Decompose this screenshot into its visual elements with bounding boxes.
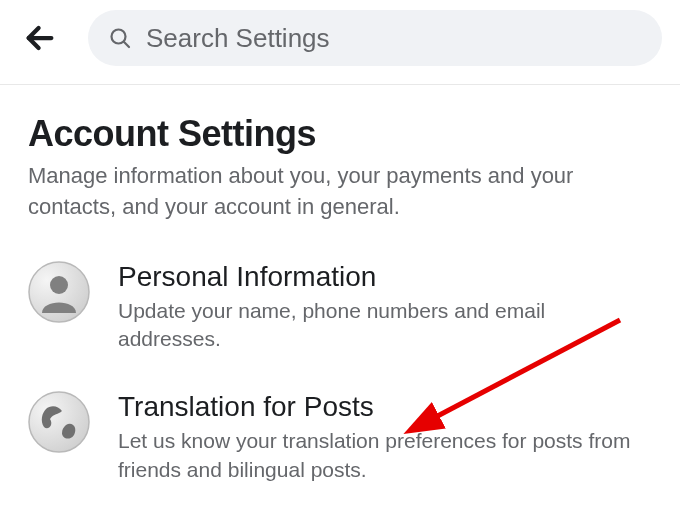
settings-item-personal-information[interactable]: Personal Information Update your name, p…	[28, 261, 652, 354]
item-title: Translation for Posts	[118, 391, 652, 423]
back-button[interactable]	[18, 16, 62, 60]
content: Account Settings Manage information abou…	[0, 85, 680, 484]
item-text: Personal Information Update your name, p…	[118, 261, 652, 354]
svg-line-2	[124, 42, 129, 47]
globe-icon	[28, 391, 90, 453]
settings-item-translation-for-posts[interactable]: Translation for Posts Let us know your t…	[28, 391, 652, 484]
svg-point-4	[50, 276, 68, 294]
item-subtitle: Let us know your translation preferences…	[118, 427, 652, 484]
person-icon	[28, 261, 90, 323]
item-subtitle: Update your name, phone numbers and emai…	[118, 297, 652, 354]
page-subtitle: Manage information about you, your payme…	[28, 161, 652, 223]
search-input[interactable]	[146, 23, 642, 54]
page-title: Account Settings	[28, 113, 652, 155]
search-bar[interactable]	[88, 10, 662, 66]
header	[0, 0, 680, 85]
search-icon	[108, 26, 132, 50]
item-text: Translation for Posts Let us know your t…	[118, 391, 652, 484]
svg-point-5	[29, 392, 89, 452]
back-arrow-icon	[23, 21, 57, 55]
item-title: Personal Information	[118, 261, 652, 293]
